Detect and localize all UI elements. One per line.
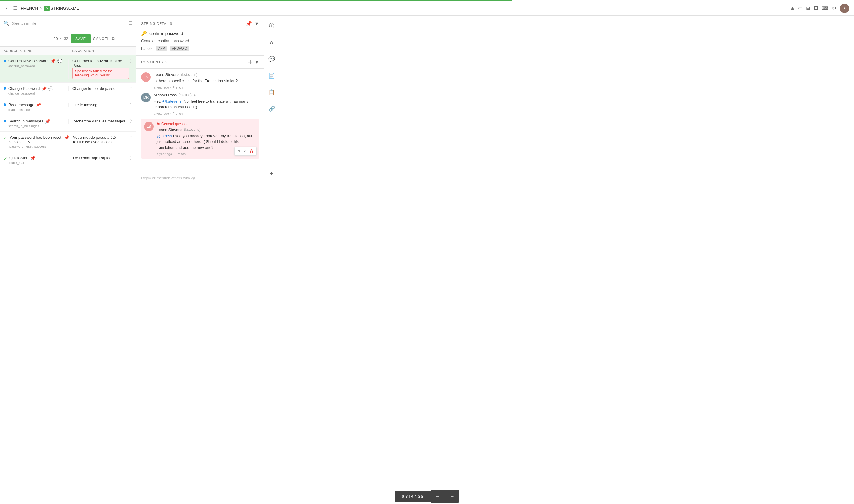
count-total: 32: [64, 36, 68, 41]
delete-comment-button[interactable]: 🗑: [249, 148, 254, 154]
string-row[interactable]: ✓ Quick Start 📌 quick_start De Démarrage…: [0, 152, 136, 168]
add-icon[interactable]: +: [118, 36, 120, 41]
translation-text: Votre mot de passe a été réinitialisé av…: [73, 135, 129, 144]
up-arrow-icon[interactable]: ⇧: [129, 86, 132, 91]
search-icon: 🔍: [3, 20, 10, 26]
string-row[interactable]: Confirm New Password 📌 💬 confirm_passwor…: [0, 55, 136, 83]
expand-icon[interactable]: ▼: [254, 21, 259, 26]
comment-language: French: [173, 112, 183, 115]
history-panel-button[interactable]: 📋: [266, 87, 277, 97]
user-avatar[interactable]: A: [840, 3, 849, 13]
up-arrow-icon[interactable]: ⇧: [129, 59, 132, 64]
status-indicator: [3, 120, 6, 122]
comment-time: a year ago: [154, 86, 169, 89]
comment-author: Leane Stevens: [157, 127, 182, 132]
trans-part: Lire le message ⇧: [69, 103, 132, 107]
tag-icon[interactable]: 📌: [45, 119, 50, 124]
tag-icon[interactable]: 📌: [64, 135, 69, 140]
comment-item: LS Leane Stevens (l.stevens) Is there a …: [141, 72, 259, 89]
string-row[interactable]: Read message 📌 read_message Lire le mess…: [0, 99, 136, 115]
keyboard-icon[interactable]: ⌨: [822, 5, 829, 11]
comment-username: (m.ross): [178, 93, 192, 97]
cancel-button[interactable]: CANCEL: [93, 36, 110, 41]
comment-username: (l.stevens): [184, 127, 200, 132]
translation-text: Changer le mot de passe: [72, 86, 115, 91]
filter-icon[interactable]: ☰: [128, 20, 132, 26]
search-input[interactable]: [12, 21, 126, 26]
settings-icon[interactable]: ⚙: [832, 5, 836, 11]
tag-icon[interactable]: 📌: [30, 156, 35, 160]
more-icon[interactable]: ⋮: [128, 36, 132, 41]
row-6-inner: ✓ Quick Start 📌 quick_start De Démarrage…: [3, 156, 132, 164]
breadcrumb-project[interactable]: FRENCH: [21, 6, 38, 11]
layout-icon-1[interactable]: ⊞: [790, 5, 795, 11]
string-row[interactable]: Search in messages 📌 search_in_messages …: [0, 115, 136, 132]
source-text: Quick Start: [10, 156, 29, 160]
source-text: Change Password: [8, 86, 40, 91]
comment-content: Michael Ross (m.ross) ◈ Hey, @l.stevens!…: [154, 93, 259, 115]
source-key: confirm_password: [8, 64, 69, 68]
comment-footer: a year ago • French: [154, 86, 259, 89]
comments-expand-icon[interactable]: ▼: [254, 59, 259, 65]
comments-header: COMMENTS 3 ✛ ▼: [137, 56, 264, 69]
pin-icon[interactable]: 📌: [246, 20, 252, 27]
comment-avatar: LS: [141, 72, 150, 82]
comment-icon[interactable]: 💬: [48, 86, 53, 91]
icon-bar: ⓘ A 💬 📄 📋 🔗 +: [264, 16, 279, 184]
count-dot: •: [60, 36, 62, 41]
breadcrumb: FRENCH > ⚙ STRINGS.XML: [21, 6, 78, 11]
comment-footer: a year ago • French: [154, 112, 259, 115]
edit-comment-button[interactable]: ✎: [237, 148, 242, 154]
image-icon[interactable]: 🖼: [813, 6, 818, 11]
mention: @m.ross: [157, 134, 172, 138]
row-2-inner: Change Password 📌 💬 change_password Chan…: [3, 86, 132, 95]
context-label: Context:: [141, 38, 155, 43]
minus-icon[interactable]: −: [123, 36, 125, 41]
attachments-panel-button[interactable]: 🔗: [266, 104, 277, 114]
breadcrumb-separator: >: [40, 6, 42, 11]
status-indicator: [3, 59, 6, 62]
menu-button[interactable]: ☰: [13, 5, 18, 12]
copy-icon[interactable]: ⧉: [112, 36, 115, 41]
reply-input[interactable]: [141, 176, 259, 180]
comments-panel-button[interactable]: 💬: [266, 54, 277, 64]
up-arrow-icon[interactable]: ⇧: [129, 135, 132, 140]
source-key: quick_start: [10, 161, 69, 164]
tag-icon[interactable]: 📌: [36, 103, 41, 107]
up-arrow-icon[interactable]: ⇧: [129, 119, 132, 124]
info-panel-button[interactable]: ⓘ: [266, 20, 277, 31]
translate-panel-button[interactable]: A: [266, 37, 277, 48]
tag-icon[interactable]: 📌: [41, 86, 47, 91]
string-row[interactable]: Change Password 📌 💬 change_password Chan…: [0, 83, 136, 99]
resolve-comment-button[interactable]: ✓: [243, 148, 248, 154]
label-app[interactable]: APP: [156, 46, 167, 51]
verified-icon: ◈: [193, 93, 196, 97]
right-panel: STRING DETAILS 📌 ▼ 🔑 confirm_password Co…: [137, 16, 264, 184]
tag-icon[interactable]: 📌: [50, 59, 55, 64]
add-panel-button[interactable]: +: [266, 168, 277, 179]
source-key: change_password: [8, 92, 69, 95]
breadcrumb-file[interactable]: STRINGS.XML: [51, 6, 79, 11]
spellcheck-error: Spellcheck failed for the following word…: [72, 68, 129, 79]
label-android[interactable]: ANDROID: [170, 46, 190, 51]
layout-icon-3[interactable]: ⊟: [806, 5, 810, 11]
translation-text: Confirmer le nouveau mot de Pass: [72, 59, 129, 68]
up-arrow-icon[interactable]: ⇧: [129, 103, 132, 107]
save-button[interactable]: SAVE: [71, 34, 91, 43]
key-row: 🔑 confirm_password: [141, 31, 259, 36]
comments-pin-icon[interactable]: ✛: [248, 59, 252, 65]
layout-icon-2[interactable]: ▭: [798, 5, 802, 11]
translation-text: De Démarrage Rapide: [73, 156, 111, 160]
key-icon: 🔑: [141, 31, 147, 36]
status-indicator: [3, 104, 6, 106]
back-button[interactable]: ←: [5, 5, 10, 11]
string-row[interactable]: ✓ Your password has been reset successfu…: [0, 132, 136, 152]
row-1-inner: Confirm New Password 📌 💬 confirm_passwor…: [3, 59, 132, 79]
comment-icon[interactable]: 💬: [57, 59, 62, 64]
comment-content: Leane Stevens (l.stevens) Is there a spe…: [154, 72, 259, 89]
mention: @l.stevens: [162, 99, 181, 104]
add-icon: +: [270, 170, 273, 177]
pages-panel-button[interactable]: 📄: [266, 70, 277, 81]
up-arrow-icon[interactable]: ⇧: [129, 156, 132, 160]
comment-item: MR Michael Ross (m.ross) ◈ Hey, @l.steve…: [141, 93, 259, 115]
